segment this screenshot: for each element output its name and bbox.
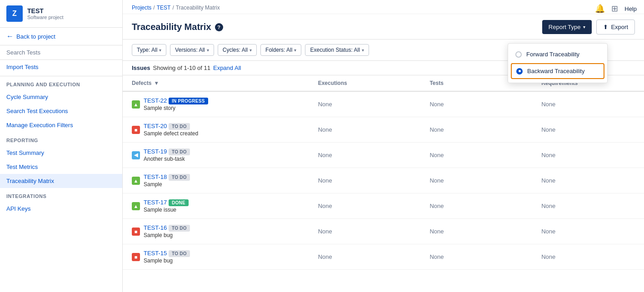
planning-section-title: Planning and Execution (0, 76, 122, 90)
defect-type-icon-6: ■ (132, 253, 140, 261)
project-name: TEST (27, 7, 63, 15)
defect-type-icon-1: ■ (132, 126, 140, 134)
backward-traceability-label: Backward Traceability (527, 68, 584, 74)
defect-id-link-6[interactable]: TEST-15 (144, 250, 167, 257)
status-badge-5: TO DO (169, 225, 190, 232)
executions-cell-2: None (309, 143, 421, 168)
execution-status-filter[interactable]: Execution Status: All ▾ (305, 44, 369, 56)
project-info: TEST Software project (27, 7, 63, 20)
defect-info-6: TEST-15 TO DO Sample bug (144, 250, 190, 264)
back-label: Back to project (16, 33, 55, 40)
defect-row-1: ■ TEST-20 TO DO Sample defect created (132, 123, 300, 137)
cycles-filter[interactable]: Cycles: All ▾ (218, 44, 257, 56)
defect-name-5: Sample bug (144, 232, 190, 238)
defect-row-5: ■ TEST-16 TO DO Sample bug (132, 224, 300, 238)
defects-sort-icon[interactable]: ▾ (155, 80, 158, 86)
sidebar-header: Z TEST Software project (0, 0, 122, 28)
report-type-button[interactable]: Report Type ▾ (542, 20, 592, 34)
sidebar-item-traceability-matrix[interactable]: Traceability Matrix (0, 174, 122, 188)
notification-icon[interactable]: 🔔 (595, 4, 605, 14)
help-circle-icon[interactable]: ? (215, 23, 223, 31)
sidebar-item-cycle-summary[interactable]: Cycle Summary (0, 90, 122, 104)
defect-id-link-5[interactable]: TEST-16 (144, 224, 167, 231)
sidebar-item-test-metrics[interactable]: Test Metrics (0, 160, 122, 174)
defect-type-icon-5: ■ (132, 228, 140, 236)
requirements-cell-1: None (532, 117, 644, 143)
radio-backward (516, 68, 523, 74)
export-icon: ⬆ (603, 24, 608, 30)
tests-cell-5: None (420, 219, 532, 244)
table-row: ■ TEST-15 TO DO Sample bug None None Non… (123, 244, 644, 270)
grid-icon[interactable]: ⊞ (611, 4, 618, 14)
defect-id-link-1[interactable]: TEST-20 (144, 123, 167, 129)
report-type-label: Report Type (549, 24, 581, 30)
export-button[interactable]: ⬆ Export (596, 20, 635, 35)
defect-id-link-4[interactable]: TEST-17 (144, 199, 167, 206)
defect-id-link-3[interactable]: TEST-18 (144, 173, 167, 180)
expand-all-button[interactable]: Expand All (213, 64, 241, 71)
sidebar-item-search-executions[interactable]: Search Test Executions (0, 104, 122, 118)
project-logo: Z (6, 5, 23, 22)
defect-id-link-0[interactable]: TEST-22 (144, 97, 167, 104)
executions-cell-4: None (309, 193, 421, 219)
tests-cell-3: None (420, 168, 532, 193)
topbar-icons: 🔔 ⊞ Help (588, 0, 644, 17)
back-to-project[interactable]: ← Back to project (0, 28, 122, 45)
type-filter[interactable]: Type: All ▾ (132, 44, 166, 56)
issues-label: Issues (132, 64, 150, 71)
defect-info-0: TEST-22 IN PROGRESS Sample story (144, 97, 208, 111)
requirements-cell-4: None (532, 193, 644, 219)
versions-filter[interactable]: Versions: All ▾ (170, 44, 214, 56)
defect-cell-6: ■ TEST-15 TO DO Sample bug (123, 244, 309, 270)
search-tests-item: Search Tests (0, 45, 122, 60)
breadcrumb-projects[interactable]: Projects (132, 5, 151, 11)
breadcrumb-current: Traceability Matrix (176, 5, 220, 11)
breadcrumb-sep1: / (153, 5, 155, 11)
issues-count: Showing of 1-10 of 11 (153, 64, 210, 71)
folders-filter[interactable]: Folders: All ▾ (260, 44, 301, 56)
defect-name-4: Sample issue (144, 207, 189, 213)
breadcrumb-sep2: / (172, 5, 174, 11)
title-row: Traceability Matrix ? (132, 22, 223, 32)
executions-cell-6: None (309, 244, 421, 270)
table-row: ▲ TEST-22 IN PROGRESS Sample story None … (123, 91, 644, 117)
forward-traceability-label: Forward Traceability (526, 51, 579, 58)
page-title: Traceability Matrix (132, 22, 211, 32)
sidebar-item-api-keys[interactable]: API Keys (0, 202, 122, 216)
sidebar-item-test-summary[interactable]: Test Summary (0, 146, 122, 160)
import-tests-item[interactable]: Import Tests (0, 60, 122, 76)
table-container: Defects ▾ Executions Tests Requirements … (123, 75, 644, 292)
status-badge-4: DONE (169, 199, 189, 206)
defect-id-link-2[interactable]: TEST-19 (144, 148, 167, 155)
project-type: Software project (27, 15, 63, 20)
dropdown-item-forward[interactable]: Forward Traceability (508, 46, 607, 62)
executions-cell-3: None (309, 168, 421, 193)
breadcrumb-test[interactable]: TEST (157, 5, 171, 11)
cycles-chevron-icon: ▾ (250, 48, 252, 53)
defect-name-0: Sample story (144, 105, 208, 111)
folders-chevron-icon: ▾ (294, 48, 296, 53)
status-badge-6: TO DO (169, 250, 190, 257)
status-badge-1: TO DO (169, 123, 190, 130)
tests-cell-1: None (420, 117, 532, 143)
table-row: ■ TEST-16 TO DO Sample bug None None Non… (123, 219, 644, 244)
report-type-dropdown: Forward Traceability Backward Traceabili… (508, 43, 608, 83)
defect-name-3: Sample (144, 181, 190, 188)
defect-row-3: ▲ TEST-18 TO DO Sample (132, 173, 300, 188)
tests-cell-0: None (420, 91, 532, 117)
help-label[interactable]: Help (624, 5, 637, 12)
defect-name-2: Another sub-task (144, 156, 190, 162)
defect-info-3: TEST-18 TO DO Sample (144, 173, 190, 188)
defect-name-6: Sample bug (144, 257, 190, 264)
sidebar-scrollable: ← Back to project Search Tests Import Te… (0, 28, 122, 292)
sidebar-item-manage-filters[interactable]: Manage Execution Filters (0, 118, 122, 132)
versions-chevron-icon: ▾ (207, 48, 209, 53)
defect-type-icon-0: ▲ (132, 100, 140, 109)
executions-cell-5: None (309, 219, 421, 244)
requirements-cell-5: None (532, 219, 644, 244)
radio-forward (515, 51, 522, 58)
col-header-executions: Executions (309, 75, 421, 91)
dropdown-item-backward[interactable]: Backward Traceability (511, 63, 604, 79)
defect-info-5: TEST-16 TO DO Sample bug (144, 224, 190, 238)
status-badge-3: TO DO (169, 174, 190, 181)
